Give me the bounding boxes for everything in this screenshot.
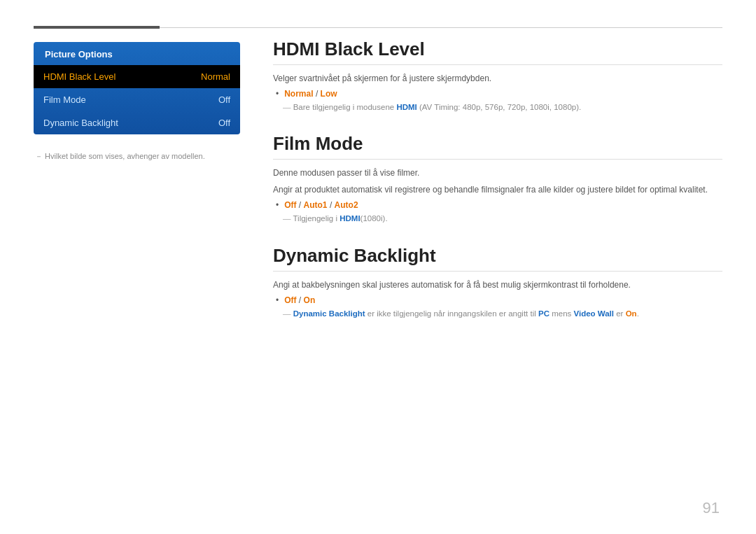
- bullet-sep1: /: [314, 89, 321, 99]
- bullet-text-normal-low: Normal: [284, 89, 313, 99]
- right-content: HDMI Black Level Velger svartnivået på s…: [273, 38, 722, 339]
- picture-options-title: Picture Options: [34, 42, 240, 65]
- section-hdmi-black-level: HDMI Black Level Velger svartnivået på s…: [273, 38, 722, 113]
- section-film-mode: Film Mode Denne modusen passer til å vis…: [273, 133, 722, 225]
- section-title-dynamic: Dynamic Backlight: [273, 245, 722, 272]
- menu-item-hdmi-black-level[interactable]: HDMI Black Level Normal: [34, 65, 240, 88]
- bullet-text-low: Low: [321, 89, 337, 99]
- dynamic-backlight-label: Dynamic Backlight: [293, 309, 365, 318]
- section-desc-hdmi: Velger svartnivået på skjermen for å jus…: [273, 72, 722, 85]
- section-desc-film-1: Denne modusen passer til å vise filmer.: [273, 167, 722, 179]
- menu-value-hdmi: Normal: [201, 71, 230, 82]
- menu-value-dynamic: Off: [218, 118, 230, 128]
- page-number: 91: [703, 499, 720, 517]
- bullet-normal-low: Normal / Low: [273, 89, 722, 99]
- menu-value-film: Off: [218, 94, 230, 105]
- bullet-text-on-dyn: On: [304, 295, 316, 305]
- hdmi-label-blue: HDMI: [396, 103, 416, 111]
- left-panel-footnote: Hvilket bilde som vises, avhenger av mod…: [34, 151, 240, 162]
- menu-label-hdmi: HDMI Black Level: [43, 71, 115, 82]
- bullet-text-auto1: Auto1: [304, 200, 328, 210]
- pc-label: PC: [538, 309, 550, 318]
- section-dynamic-backlight: Dynamic Backlight Angi at bakbelysningen…: [273, 245, 722, 320]
- left-panel: Picture Options HDMI Black Level Normal …: [34, 42, 240, 162]
- top-bar-dark-segment: [34, 26, 160, 29]
- menu-label-dynamic: Dynamic Backlight: [43, 118, 118, 128]
- top-bar-light-segment: [160, 27, 722, 28]
- menu-item-dynamic-backlight[interactable]: Dynamic Backlight Off: [34, 111, 240, 134]
- section-desc-film-2: Angir at produktet automatisk vil regist…: [273, 183, 722, 196]
- hdmi-label-film: HDMI: [340, 214, 360, 223]
- on-label: On: [626, 309, 637, 318]
- video-wall-label: Video Wall: [574, 309, 615, 318]
- section-desc-dynamic: Angi at bakbelysningen skal justeres aut…: [273, 279, 722, 291]
- note-dynamic-backlight: Dynamic Backlight er ikke tilgjengelig n…: [283, 308, 722, 320]
- menu-item-film-mode[interactable]: Film Mode Off: [34, 88, 240, 111]
- bullet-off-auto1-auto2: Off / Auto1 / Auto2: [273, 200, 722, 210]
- top-decorative-bar: [34, 27, 722, 28]
- menu-label-film: Film Mode: [43, 94, 86, 105]
- section-title-film: Film Mode: [273, 133, 722, 160]
- bullet-text-auto2: Auto2: [335, 200, 358, 210]
- note-hdmi-availability: Bare tilgjengelig i modusene HDMI (AV Ti…: [283, 101, 722, 113]
- bullet-off-on: Off / On: [273, 295, 722, 305]
- bullet-text-off-dyn: Off: [284, 295, 296, 305]
- note-film-hdmi: Tilgjengelig i HDMI(1080i).: [283, 213, 722, 225]
- picture-options-box: Picture Options HDMI Black Level Normal …: [34, 42, 240, 134]
- section-title-hdmi: HDMI Black Level: [273, 38, 722, 65]
- bullet-text-off: Off: [284, 200, 296, 210]
